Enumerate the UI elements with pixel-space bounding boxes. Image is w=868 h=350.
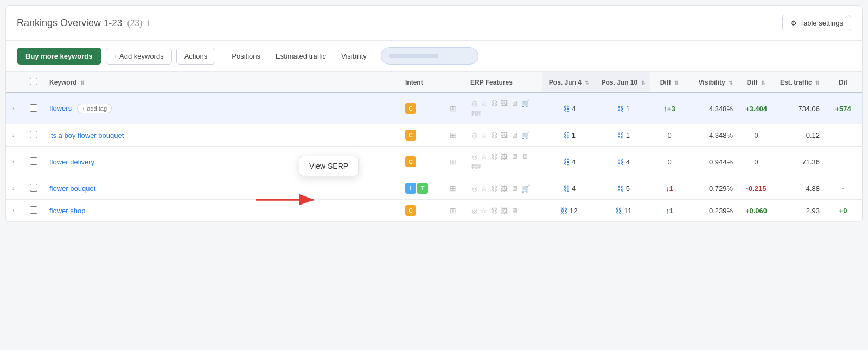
visibility-value: 4.348% [709, 131, 733, 139]
serp-view-cell: ⊞ [444, 124, 466, 147]
serp-icon-star[interactable]: ☆ [480, 184, 488, 193]
serp-icon-cart[interactable]: 🛒 [520, 99, 531, 108]
tab-positions[interactable]: Positions [224, 48, 268, 64]
row-checkbox[interactable] [30, 131, 37, 138]
serp-view-button[interactable]: ⊞ [449, 183, 457, 193]
serp-view-button[interactable]: ⊞ [449, 206, 457, 215]
serp-icon-screen[interactable]: 🖥 [510, 152, 519, 161]
row-checkbox[interactable] [30, 157, 37, 165]
serp-features-cell: ◎ ☆ ⛓ 🖼 🖥 🛒 [466, 124, 542, 147]
pos-jun4-value: 4 [572, 184, 576, 193]
serp-icon-image[interactable]: 🖼 [500, 152, 509, 161]
domain-filter[interactable] [381, 47, 478, 65]
vis-diff-cell: +3.404 [737, 93, 775, 124]
intent-cell: IT [401, 177, 444, 200]
serp-icon-extra[interactable]: ⌨ [470, 109, 483, 118]
serp-icon-star[interactable]: ☆ [480, 131, 488, 140]
diff-cell: ↓1 [650, 177, 688, 200]
keyword-link[interactable]: flower bouquet [49, 184, 95, 193]
rankings-table: Keyword ⇅ Intent ERP Features Pos. Jun 4… [6, 72, 862, 222]
serp-icon-image[interactable]: 🖼 [500, 184, 509, 193]
serp-view-button[interactable]: ⊞ [449, 104, 457, 113]
expand-button[interactable]: › [10, 131, 17, 139]
sort-icon-keyword: ⇅ [80, 80, 85, 86]
col-header-est-traffic[interactable]: Est. traffic ⇅ [775, 72, 824, 93]
serp-icon-location[interactable]: ◎ [470, 184, 478, 193]
vis-diff-cell: 0 [737, 147, 775, 177]
serp-icon-link[interactable]: ⛓ [489, 152, 499, 161]
serp-icon-location[interactable]: ◎ [470, 206, 478, 215]
pos-jun10-value: 11 [624, 207, 631, 215]
serp-icon-cart[interactable]: 🛒 [520, 131, 531, 140]
vis-diff-value: +3.404 [745, 105, 767, 113]
red-arrow-svg [256, 190, 321, 209]
expand-button[interactable]: › [10, 104, 17, 113]
serp-icons-group: ◎ ☆ ⛓ 🖼 🖥 🛒 [470, 184, 538, 193]
keyword-link[interactable]: its a boy flower bouquet [49, 131, 124, 139]
keyword-link[interactable]: flower shop [49, 207, 85, 215]
est-diff-value: +0 [839, 207, 847, 215]
col-header-pos-jun10[interactable]: Pos. Jun 10 ⇅ [596, 72, 650, 93]
serp-icon-screen[interactable]: 🖥 [510, 99, 519, 108]
serp-icon-star[interactable]: ☆ [480, 99, 488, 108]
visibility-cell: 4.348% [688, 93, 737, 124]
pos-jun10-cell: ⛓ 1 [596, 93, 650, 124]
expand-button[interactable]: › [10, 206, 17, 215]
pos-jun10-value: 1 [626, 105, 630, 113]
serp-icon-screen[interactable]: 🖥 [510, 184, 519, 193]
row-checkbox[interactable] [30, 104, 37, 112]
serp-view-button[interactable]: ⊞ [449, 157, 457, 167]
est-diff-cell [824, 147, 862, 177]
page-title: Rankings Overview 1-23 (23) [17, 17, 143, 29]
sort-icon-pos-jun10: ⇅ [641, 80, 646, 86]
serp-icon-image[interactable]: 🖼 [500, 131, 509, 140]
tab-visibility[interactable]: Visibility [334, 48, 374, 64]
est-diff-cell: - [824, 177, 862, 200]
col-header-pos-jun4[interactable]: Pos. Jun 4 ⇅ [542, 72, 596, 93]
serp-icon-link[interactable]: ⛓ [489, 99, 499, 108]
pos-jun4-cell: ⛓ 12 [542, 200, 596, 222]
info-icon: ℹ [147, 19, 150, 28]
serp-icon-link[interactable]: ⛓ [489, 206, 499, 215]
tab-estimated-traffic[interactable]: Estimated traffic [268, 48, 334, 64]
serp-icon-link[interactable]: ⛓ [489, 131, 499, 140]
col-header-diff1[interactable]: Diff ⇅ [650, 72, 688, 93]
add-keywords-button[interactable]: + Add keywords [106, 48, 172, 65]
vis-diff-value: +0.060 [745, 207, 767, 215]
serp-icon-star[interactable]: ☆ [480, 206, 488, 215]
serp-icon-location[interactable]: ◎ [470, 152, 478, 161]
serp-icon-screen[interactable]: 🖥 [510, 206, 519, 215]
expand-button[interactable]: › [10, 184, 17, 193]
row-checkbox[interactable] [30, 184, 37, 192]
serp-icon-screen[interactable]: 🖥 [510, 131, 519, 140]
serp-icon-cart[interactable]: 🛒 [520, 184, 531, 193]
serp-icon-location[interactable]: ◎ [470, 99, 478, 108]
serp-view-button[interactable]: ⊞ [449, 130, 457, 140]
serp-icon-keyboard[interactable]: ⌨ [470, 162, 483, 171]
intent-cell: C [401, 124, 444, 147]
serp-icon-link[interactable]: ⛓ [489, 184, 499, 193]
visibility-value: 4.348% [709, 105, 733, 113]
expand-button[interactable]: › [10, 157, 17, 166]
serp-icon-location[interactable]: ◎ [470, 131, 478, 140]
add-tag-button[interactable]: + add tag [77, 104, 112, 113]
link-icon-jun4: ⛓ [563, 131, 570, 139]
actions-button[interactable]: Actions [176, 48, 216, 65]
col-header-diff2[interactable]: Diff ⇅ [737, 72, 775, 93]
buy-keywords-button[interactable]: Buy more keywords [17, 48, 101, 65]
serp-icon-monitor[interactable]: 🖥 [520, 152, 529, 161]
pos-jun10-cell: ⛓ 11 [596, 200, 650, 222]
keyword-link[interactable]: flowers [49, 104, 72, 112]
diff-cell: ↑1 [650, 200, 688, 222]
col-header-dif[interactable]: Dif [824, 72, 862, 93]
link-icon-jun4: ⛓ [563, 105, 570, 113]
serp-icon-image[interactable]: 🖼 [500, 206, 509, 215]
col-header-visibility[interactable]: Visibility ⇅ [688, 72, 737, 93]
serp-icon-image[interactable]: 🖼 [500, 99, 509, 108]
serp-icon-star[interactable]: ☆ [480, 152, 488, 161]
table-settings-button[interactable]: ⚙ Table settings [782, 15, 852, 31]
keyword-link[interactable]: flower delivery [49, 158, 94, 166]
select-all-checkbox[interactable] [30, 78, 37, 85]
pos-jun10-cell: ⛓ 4 [596, 147, 650, 177]
row-checkbox[interactable] [30, 206, 37, 214]
